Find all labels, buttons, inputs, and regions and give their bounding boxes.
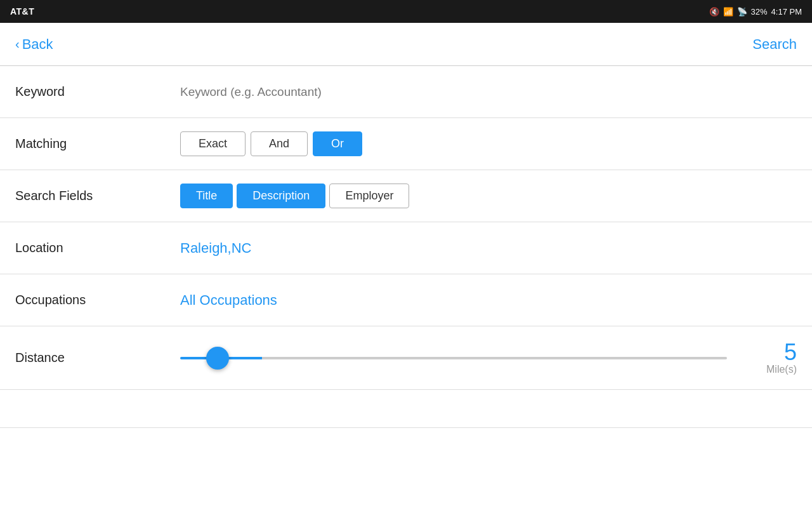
keyword-row: Keyword [0, 66, 812, 118]
location-label: Location [15, 241, 180, 255]
field-employer-button[interactable]: Employer [329, 184, 409, 208]
matching-and-button[interactable]: And [251, 131, 308, 156]
matching-content: Exact And Or [180, 131, 797, 156]
search-button[interactable]: Search [752, 36, 797, 53]
keyword-label: Keyword [15, 84, 180, 99]
status-bar: AT&T 🔇 📶 📡 32% 4:17 PM [0, 0, 812, 23]
matching-row: Matching Exact And Or [0, 118, 812, 170]
chevron-left-icon: ‹ [15, 37, 20, 51]
occupations-value[interactable]: All Occupations [180, 292, 277, 309]
occupations-label: Occupations [15, 293, 180, 307]
search-fields-content: Title Description Employer [180, 184, 797, 208]
time-label: 4:17 PM [771, 7, 802, 17]
field-title-button[interactable]: Title [180, 184, 233, 208]
distance-value-group: 5 Mile(s) [746, 341, 797, 375]
matching-label: Matching [15, 137, 180, 151]
status-right: 🔇 📶 📡 32% 4:17 PM [709, 7, 802, 17]
bottom-section [0, 390, 812, 428]
keyword-content [180, 85, 797, 99]
distance-label: Distance [15, 351, 180, 365]
distance-unit: Mile(s) [766, 364, 797, 375]
location-row: Location Raleigh,NC [0, 222, 812, 274]
distance-row: Distance 5 Mile(s) [0, 326, 812, 390]
wifi-icon: 📶 [723, 7, 733, 17]
nav-bar: ‹ Back Search [0, 23, 812, 66]
matching-toggle-group: Exact And Or [180, 131, 367, 156]
occupations-row: Occupations All Occupations [0, 274, 812, 326]
occupations-content: All Occupations [180, 292, 797, 309]
matching-exact-button[interactable]: Exact [180, 131, 246, 156]
search-fields-row: Search Fields Title Description Employer [0, 170, 812, 222]
keyword-input[interactable] [180, 85, 797, 99]
back-button[interactable]: ‹ Back [15, 36, 53, 53]
matching-or-button[interactable]: Or [313, 131, 362, 156]
carrier-label: AT&T [10, 6, 34, 17]
slider-container [180, 357, 746, 359]
location-value[interactable]: Raleigh,NC [180, 240, 252, 257]
battery-label: 32% [751, 7, 768, 17]
back-label: Back [22, 36, 53, 53]
mute-icon: 🔇 [709, 7, 719, 17]
distance-slider[interactable] [180, 357, 727, 359]
distance-number: 5 [784, 341, 797, 364]
location-content: Raleigh,NC [180, 240, 797, 257]
signal-icon: 📡 [737, 7, 747, 17]
search-fields-label: Search Fields [15, 189, 180, 203]
field-description-button[interactable]: Description [237, 184, 325, 208]
